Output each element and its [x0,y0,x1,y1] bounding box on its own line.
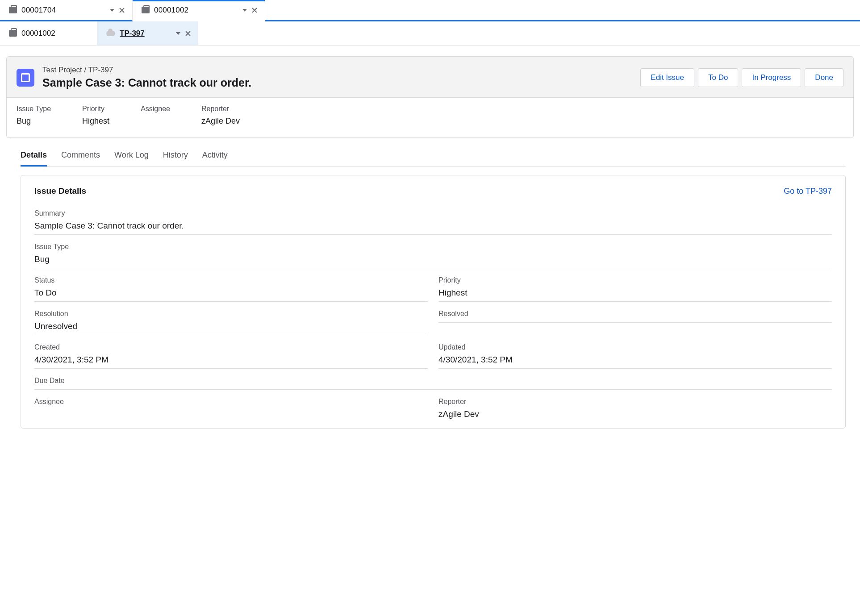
tab-history[interactable]: History [163,146,188,166]
issue-details-card: Issue Details Go to TP-397 Summary Sampl… [21,175,846,429]
field-due-date: Due Date [34,371,832,392]
field-value: 4/30/2021, 3:52 PM [438,353,832,369]
field-value: Unresolved [34,320,428,335]
field-assignee: Assignee [34,392,428,425]
field-created: Created 4/30/2021, 3:52 PM [34,338,428,371]
close-icon[interactable] [251,7,258,13]
field-status: Status To Do [34,271,428,304]
case-icon [9,30,17,37]
tab-details[interactable]: Details [21,146,47,166]
field-label: Created [34,341,428,353]
sub-tab-label: 00001002 [21,29,55,38]
field-issue-type: Issue Type Bug [34,237,832,271]
field-value: 4/30/2021, 3:52 PM [34,353,428,369]
field-label: Issue Type [17,105,51,113]
strip-field-issue-type: Issue Type Bug [17,105,51,126]
tab-worklog[interactable]: Work Log [114,146,149,166]
field-label: Priority [438,274,832,286]
chevron-down-icon[interactable] [176,32,180,35]
sub-tab-bar: 00001002 TP-397 [0,21,860,46]
field-label: Assignee [34,395,428,408]
field-value: Bug [34,253,832,268]
field-value: Sample Case 3: Cannot track our order. [34,219,832,235]
field-label: Issue Type [34,240,832,253]
field-label: Updated [438,341,832,353]
tab-comments[interactable]: Comments [61,146,100,166]
workspace-tab-00001002[interactable]: 00001002 [133,0,265,21]
edit-issue-button[interactable]: Edit Issue [640,68,694,87]
tab-bar-spacer [265,0,860,21]
sub-tab-issue[interactable]: TP-397 [97,21,198,45]
case-icon [9,7,17,13]
field-label: Status [34,274,428,286]
field-value: zAgile Dev [438,408,832,423]
close-icon[interactable] [185,30,191,37]
summary-strip: Issue Type Bug Priority Highest Assignee… [7,97,853,137]
status-done-button[interactable]: Done [805,68,843,87]
field-value: To Do [34,286,428,302]
details-grid: Summary Sample Case 3: Cannot track our … [30,204,836,425]
field-resolved: Resolved [438,304,832,338]
field-resolution: Resolution Unresolved [34,304,428,338]
field-label: Resolved [438,307,832,323]
field-label: Assignee [141,105,170,113]
chevron-down-icon[interactable] [242,9,247,12]
close-icon[interactable] [119,7,125,13]
field-label: Reporter [201,105,240,113]
tab-activity[interactable]: Activity [202,146,228,166]
field-value: Highest [438,286,832,302]
field-label: Reporter [438,395,832,408]
field-value: Highest [82,117,109,126]
strip-field-reporter: Reporter zAgile Dev [201,105,240,126]
field-updated: Updated 4/30/2021, 3:52 PM [438,338,832,371]
sub-tab-label: TP-397 [120,29,171,38]
status-todo-button[interactable]: To Do [698,68,738,87]
breadcrumb: Test Project / TP-397 [42,66,251,75]
header-actions: Edit Issue To Do In Progress Done [640,68,843,87]
field-label: Priority [82,105,109,113]
active-tab-indicator [133,0,265,1]
details-card-title: Issue Details [34,186,86,196]
field-priority: Priority Highest [438,271,832,304]
field-value: Bug [17,117,51,126]
detail-tabs: Details Comments Work Log History Activi… [21,146,846,167]
chevron-down-icon[interactable] [110,9,114,12]
status-in-progress-button[interactable]: In Progress [742,68,801,87]
field-value [34,408,428,413]
tab-label: 00001704 [21,6,105,15]
issue-type-icon [17,69,34,87]
field-summary: Summary Sample Case 3: Cannot track our … [34,204,832,237]
goto-issue-link[interactable]: Go to TP-397 [784,187,832,196]
primary-tab-bar: 00001704 00001002 [0,0,860,21]
cloud-icon [106,31,115,36]
workspace-tab-00001704[interactable]: 00001704 [0,0,133,21]
field-reporter: Reporter zAgile Dev [438,392,832,425]
strip-field-priority: Priority Highest [82,105,109,126]
tab-label: 00001002 [154,6,238,15]
issue-title: Sample Case 3: Cannot track our order. [42,76,251,89]
case-icon [142,7,150,13]
field-label: Resolution [34,307,428,320]
field-label: Due Date [34,374,832,390]
strip-field-assignee: Assignee [141,105,170,126]
sub-tab-case[interactable]: 00001002 [0,21,97,45]
field-value: zAgile Dev [201,117,240,126]
issue-header-card: Test Project / TP-397 Sample Case 3: Can… [6,56,854,138]
field-label: Summary [34,207,832,219]
